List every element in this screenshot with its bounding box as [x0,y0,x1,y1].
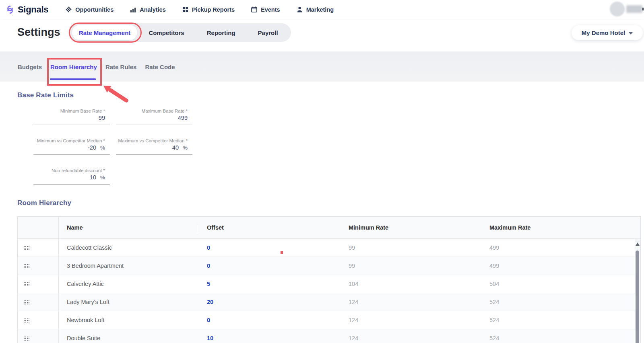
nav-label: Marketing [306,6,334,13]
tab-payroll[interactable]: Payroll [247,25,289,40]
signals-logo-icon [5,4,15,15]
nav-item-events[interactable]: Events [251,6,280,13]
room-hierarchy-panel: Base Rate Limits Minimum Base Rate * 99 … [0,82,644,343]
analytics-icon [130,6,136,13]
tab-reporting[interactable]: Reporting [196,25,247,40]
room-offset[interactable]: 10 [200,335,349,341]
room-name: Newbrook Loft [59,317,200,323]
user-menu-caret-icon [642,8,644,10]
drag-handle-icon[interactable] [23,318,29,322]
subtabs: Budgets Room Hierarchy Rate Rules Rate C… [18,64,175,70]
column-resize-handle[interactable] [199,224,199,232]
non-refundable-discount-field[interactable]: Non-refundable discount * 10 % [33,168,110,185]
scrollbar-thumb[interactable] [636,251,639,343]
column-header-maximum-rate: Maximum Rate [489,224,640,231]
room-name: 3 Bedroom Apartment [59,263,200,269]
field-value[interactable]: 99 [99,115,105,121]
nav-item-pickup-reports[interactable]: Pickup Reports [182,6,235,13]
brand-logo[interactable]: Signals [5,4,48,15]
user-avatar[interactable] [610,2,625,16]
nav-item-analytics[interactable]: Analytics [130,6,165,13]
active-subtab-underline [50,78,96,80]
drag-cell [18,239,59,257]
field-value[interactable]: 10 [90,174,96,181]
table-header-row: Name Offset Minimum Rate Maximum Rate [18,217,640,239]
room-minimum-rate: 104 [349,281,489,287]
column-header-offset: Offset [200,224,349,231]
room-maximum-rate: 499 [489,263,640,269]
field-label: Minimum Base Rate * [33,109,110,113]
field-value[interactable]: 40 [172,144,179,151]
room-maximum-rate: 524 [489,299,640,305]
minimum-base-rate-field[interactable]: Minimum Base Rate * 99 [33,108,110,125]
drag-handle-icon[interactable] [23,246,29,250]
room-table-body: Caldecott Classic 0 99 499 3 Bedroom Apa… [18,239,640,343]
tab-rate-management[interactable]: Rate Management [72,25,137,40]
nav-item-marketing[interactable]: Marketing [296,6,334,13]
brand-name: Signals [18,4,48,15]
settings-header-row: Settings Rate Management Competitors Rep… [0,19,644,51]
room-minimum-rate: 124 [349,317,489,323]
top-nav-bar: Signals Opportunities [0,0,644,19]
table-row: Double Suite 10 124 524 [18,329,640,343]
settings-tab-bar: Rate Management Competitors Reporting Pa… [70,23,291,42]
percent-suffix: % [179,145,188,151]
table-row: Newbrook Loft 0 124 524 [18,311,640,329]
drag-handle-icon[interactable] [23,300,29,304]
room-name: Caldecott Classic [59,244,200,251]
opportunities-icon [65,6,72,13]
nav-label: Pickup Reports [192,6,235,13]
nav-label: Analytics [140,6,165,13]
room-offset[interactable]: 5 [200,281,349,287]
drag-handle-icon[interactable] [23,282,29,286]
subtab-budgets[interactable]: Budgets [18,64,42,70]
room-name: Lady Mary's Loft [59,299,200,305]
room-maximum-rate: 524 [489,335,640,341]
events-icon [251,6,258,13]
rate-management-settings-page: Signals Opportunities [0,0,644,343]
field-value[interactable]: -20 [88,144,96,151]
table-row: Caldecott Classic 0 99 499 [18,239,640,257]
room-offset[interactable]: 20 [200,299,349,305]
hotel-selector-label: My Demo Hotel [582,29,625,36]
maximum-base-rate-field[interactable]: Maximum Base Rate * 499 [116,108,192,125]
percent-suffix: % [96,175,105,181]
pickup-reports-icon [182,6,189,13]
room-minimum-rate: 124 [349,335,489,341]
room-minimum-rate: 99 [349,244,489,251]
drag-cell [18,257,59,275]
room-offset[interactable]: 0 [200,263,349,269]
min-vs-competitor-median-field[interactable]: Minimum vs Competitor Median * -20 % [33,138,110,155]
room-minimum-rate: 124 [349,299,489,305]
subtab-room-hierarchy[interactable]: Room Hierarchy [50,64,97,70]
room-maximum-rate: 524 [489,317,640,323]
field-label: Non-refundable discount * [33,168,110,173]
subtab-rate-rules[interactable]: Rate Rules [105,64,137,70]
field-value[interactable]: 499 [178,115,188,121]
column-header-minimum-rate: Minimum Rate [349,224,489,231]
percent-suffix: % [96,145,105,151]
nav-item-opportunities[interactable]: Opportunities [65,6,114,13]
column-header-name: Name [59,224,200,231]
room-hierarchy-table: Name Offset Minimum Rate Maximum Rate Ca… [17,216,641,343]
page-title: Settings [17,26,60,39]
table-row: Lady Mary's Loft 20 124 524 [18,293,640,311]
table-row: Calverley Attic 5 104 504 [18,275,640,293]
user-name-redacted [626,5,642,13]
drag-cell [18,275,59,293]
room-name: Double Suite [59,335,200,341]
field-label: Maximum vs Competitor Median * [116,138,192,143]
rate-management-subtab-strip: Budgets Room Hierarchy Rate Rules Rate C… [0,51,644,82]
room-offset[interactable]: 0 [200,244,349,251]
scrollbar-up-arrow-icon[interactable] [636,242,640,246]
hotel-selector-dropdown[interactable]: My Demo Hotel [572,25,643,40]
max-vs-competitor-median-field[interactable]: Maximum vs Competitor Median * 40 % [116,138,192,155]
subtab-rate-code[interactable]: Rate Code [145,64,175,70]
drag-handle-icon[interactable] [23,336,29,341]
nav-label: Opportunities [75,6,114,13]
drag-cell [18,311,59,329]
table-scrollbar[interactable] [635,239,640,343]
drag-handle-icon[interactable] [23,264,29,268]
room-offset[interactable]: 0 [200,317,349,323]
tab-competitors[interactable]: Competitors [137,25,195,40]
